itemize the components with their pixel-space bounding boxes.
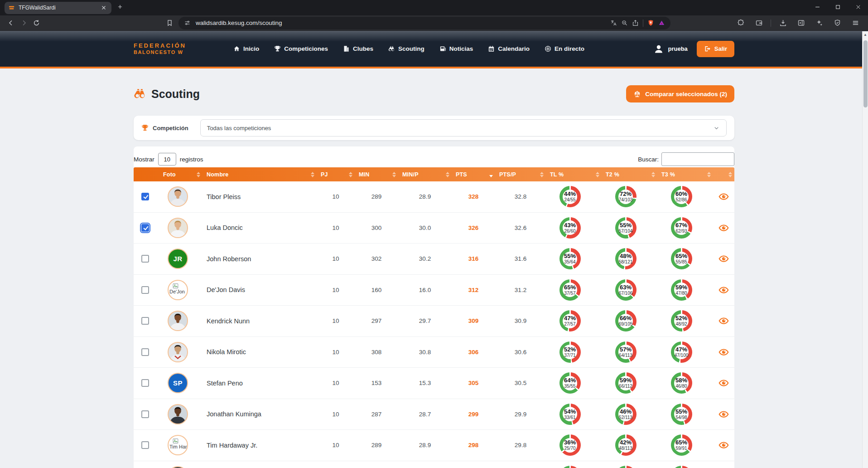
leo-ai-icon[interactable] [813,17,825,29]
pts-value: 316 [452,255,495,262]
menu-icon[interactable] [849,17,862,29]
zoom-page-icon[interactable] [621,20,628,26]
nav-item-calendario[interactable]: Calendario [488,45,530,52]
row-select-checkbox[interactable] [141,255,149,263]
shot-percentage-donut: 65%37/57 [559,279,581,301]
player-name: Nikola Mirotic [203,348,317,356]
column-header-pts-p[interactable]: PTS/P [495,167,546,181]
min-per-game-value: 30.0 [398,224,452,231]
nav-item-en-directo[interactable]: En directo [545,45,584,52]
column-header-foto[interactable]: Foto [159,167,203,181]
nav-item-noticias[interactable]: Noticias [439,45,473,52]
privacy-shield-icon[interactable] [831,17,844,29]
nav-item-scouting[interactable]: Scouting [388,45,424,52]
view-player-button[interactable] [719,287,729,293]
compare-selected-button[interactable]: Comparar seleccionados (2) [626,85,734,102]
competition-select[interactable]: Todas las competiciones [200,119,727,136]
min-value: 289 [355,193,398,200]
column-header-pj[interactable]: PJ [317,167,355,181]
pts-per-game-value: 30.5 [495,380,546,386]
pts-value: 309 [452,317,495,324]
extensions-icon[interactable] [734,17,747,29]
window-close-button[interactable] [855,4,862,12]
search-input[interactable] [661,152,734,166]
back-button[interactable] [5,17,17,29]
bookmark-icon[interactable] [163,17,176,29]
pj-value: 10 [317,255,355,262]
view-player-button[interactable] [719,224,729,231]
scrollbar-thumb[interactable] [863,40,868,107]
column-header-tl-[interactable]: TL % [546,167,602,181]
column-header-min-p[interactable]: MIN/P [398,167,452,181]
view-player-button[interactable] [719,349,729,356]
row-select-checkbox[interactable] [141,379,149,387]
new-tab-button[interactable] [117,4,123,12]
forward-button[interactable] [17,17,30,29]
nav-item-inicio[interactable]: Inicio [233,45,259,52]
column-header-min[interactable]: MIN [355,167,398,181]
pts-per-game-value: 30.6 [495,349,546,356]
view-player-button[interactable] [719,442,729,448]
view-player-button[interactable] [719,411,729,418]
scouting-table-card: Mostrar 10 registros Buscar: FotoNombreP… [134,146,734,468]
shot-percentage-donut [615,466,637,468]
table-row [134,461,734,468]
brave-shield-icon[interactable] [647,20,654,26]
player-avatar-photo [168,186,188,207]
share-icon[interactable] [632,20,639,26]
window-maximize-button[interactable] [834,4,841,12]
logout-button[interactable]: Salir [697,41,734,57]
scrollbar-up-arrow[interactable]: ▲ [863,31,868,38]
brave-rewards-icon[interactable] [658,20,665,26]
player-avatar-initials: SP [168,373,188,393]
row-select-checkbox[interactable] [141,410,149,418]
nav-item-competiciones[interactable]: Competiciones [274,45,328,52]
row-select-checkbox[interactable] [141,348,149,356]
column-header-actions[interactable] [713,167,734,181]
page-scrollbar[interactable]: ▲ [862,31,868,468]
nav-item-clubes[interactable]: Clubes [343,45,373,52]
window-minimize-button[interactable] [814,4,821,12]
players-table: FotoNombrePJMINMIN/PPTSPTS/PTL %T2 %T3 %… [134,167,734,468]
address-bar[interactable]: walidsardib.kesug.com/scouting [178,17,670,29]
reload-button[interactable] [30,17,43,29]
tab-close-icon[interactable] [100,4,107,11]
page-title: Scouting [134,88,200,101]
row-select-checkbox[interactable] [141,224,149,232]
min-value: 160 [355,287,398,293]
pts-per-game-value: 29.9 [495,411,546,418]
logout-label: Salir [714,45,727,52]
view-player-button[interactable] [719,317,729,324]
site-logo[interactable]: FEDERACIÓN BALONCESTO W [134,43,186,55]
pj-value: 10 [317,193,355,200]
row-select-checkbox[interactable] [141,317,149,325]
view-player-button[interactable] [719,255,729,262]
translate-icon[interactable] [610,20,617,26]
shot-percentage-donut: 36%25/70 [559,434,581,456]
player-name: De'Jon Davis [203,286,317,293]
shot-percentage-donut: 65%59/91 [671,434,692,456]
shot-percentage-donut: 64%35/55 [559,372,581,394]
view-player-button[interactable] [719,193,729,200]
min-per-game-value: 28.9 [398,442,452,448]
shot-percentage-donut: 54%33/61 [559,404,581,425]
user-menu[interactable]: prueba [653,44,687,54]
column-header-nombre[interactable]: Nombre [203,167,317,181]
column-header-t3-[interactable]: T3 % [657,167,713,181]
page-length-select[interactable]: 10 [158,153,176,166]
view-player-button[interactable] [719,380,729,386]
row-select-checkbox[interactable] [141,286,149,294]
sidebar-icon[interactable] [795,17,807,29]
shot-percentage-donut: 42%48/113 [615,434,637,456]
url-text[interactable]: walidsardib.kesug.com/scouting [195,20,606,26]
site-settings-tune-icon[interactable] [184,20,191,26]
wallet-icon[interactable] [752,17,765,29]
column-header-pts[interactable]: PTS [452,167,495,181]
column-header-t2-[interactable]: T2 % [602,167,657,181]
row-select-checkbox[interactable] [141,193,149,200]
pts-per-game-value: 31.6 [495,255,546,262]
downloads-icon[interactable] [776,17,789,29]
row-select-checkbox[interactable] [141,441,149,449]
browser-tab[interactable]: TFGWalidSardi [5,2,111,14]
player-name: Tibor Pleiss [203,193,317,200]
